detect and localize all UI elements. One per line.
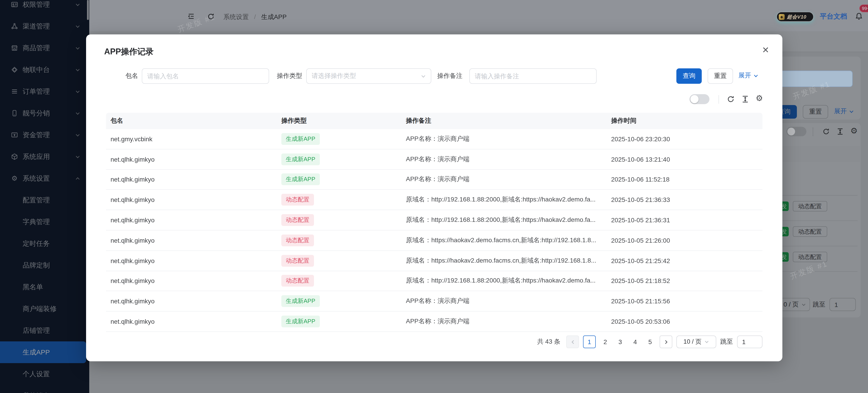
op-type-badge: 动态配置 [281,194,314,206]
bg-settings-icon[interactable]: ⚙ [850,127,858,135]
table-row[interactable]: net.gmy.vcbink 生成新APP APP名称：演示商户端 2025-1… [106,129,763,150]
table-row[interactable]: net.qlhk.gimkyo 动态配置 原域名：https://haokav2… [106,251,763,271]
toggle-knob [690,95,699,103]
pagination-page-5[interactable]: 5 [645,338,655,346]
sidebar-item-apps[interactable]: 系统应用 [0,146,89,167]
package-label: 包名 [125,72,138,80]
density-toggle-switch[interactable] [689,94,709,104]
op-remark-input[interactable] [475,72,591,80]
chevron-down-icon [75,132,80,137]
toggle-knob [787,128,795,135]
pagination-next-button[interactable] [660,335,672,348]
sidebar-subitem-personal[interactable]: 个人设置 [0,363,89,385]
sidebar-item-numbers[interactable]: 靓号分销 [0,102,89,124]
sidebar-scrollbar[interactable] [87,0,89,20]
pagination: 共 43 条 1 2 3 4 5 10 / 页 跳至 1 [106,335,763,349]
bg-refresh-icon[interactable] [822,128,830,135]
op-type-badge: 动态配置 [281,255,314,266]
table-row[interactable]: net.qlhk.gimkyo 生成新APP APP名称：演示商户端 2025-… [106,170,763,190]
pagination-total: 共 43 条 [537,338,560,346]
table-row[interactable]: net.qlhk.gimkyo 生成新APP APP名称：演示商户端 2025-… [106,312,763,332]
sidebar-item-system-settings[interactable]: ⚙ 系统设置 [0,167,89,189]
vip-gem-icon: ◆ [779,14,785,20]
expand-button[interactable]: 展开 [738,71,758,80]
sidebar-subitem-generate-app[interactable]: 生成APP [0,341,86,363]
table-refresh-icon[interactable] [727,95,735,103]
sidebar-subitem-config[interactable]: 配置管理 [0,189,89,211]
package-input[interactable] [147,72,264,80]
table-row[interactable]: net.qlhk.gimkyo 生成新APP APP名称：演示商户端 2025-… [106,291,763,312]
chevron-down-icon [75,24,80,29]
iot-cube-icon [11,66,18,73]
column-settings-icon[interactable]: ⚙ [756,94,763,102]
modal-close-icon[interactable]: ✕ [760,44,771,55]
sidebar-subitem-messages[interactable]: 我的消息 [0,385,89,393]
chevron-down-icon [75,67,80,72]
sidebar-subitem-brand[interactable]: 品牌定制 [0,255,89,276]
table-row[interactable]: net.qlhk.gimkyo 生成新APP APP名称：演示商户端 2025-… [106,150,763,170]
bg-dynamic-config-button[interactable]: 动态配置 [793,226,827,237]
list-icon [11,88,18,95]
divider [718,95,719,104]
table-row[interactable]: net.qlhk.gimkyo 动态配置 原域名：http://192.168.… [106,210,763,230]
op-type-badge: 生成新APP [281,174,320,186]
breadcrumb-section[interactable]: 系统设置 [223,13,249,21]
op-remark-label: 操作备注 [437,72,463,80]
breadcrumb: 系统设置 / 生成APP [223,13,286,21]
sidebar-subitem-merchant-decor[interactable]: 商户端装修 [0,298,89,320]
vip-badge[interactable]: ◆ 超会V10 [776,12,814,22]
bg-row-height-icon[interactable] [836,128,844,135]
notification-count-badge: 99+ [859,4,868,12]
mobile-icon [11,109,18,117]
col-header-type: 操作类型 [281,117,406,125]
bg-reset-button[interactable]: 重置 [803,105,828,119]
query-button[interactable]: 查询 [676,68,702,84]
bg-toggle-switch[interactable] [786,127,806,136]
op-type-label: 操作类型 [277,72,302,80]
operation-log-table: 包名 操作类型 操作备注 操作时间 net.gmy.vcbink 生成新APP … [106,113,763,332]
table-row[interactable]: net.qlhk.gimkyo 动态配置 原域名：http://192.168.… [106,190,763,210]
platform-docs-link[interactable]: 平台文档 [820,12,847,21]
breadcrumb-separator: / [254,13,256,21]
sidebar: 权限管理 渠道管理 商品管理 物联中台 订单管理 [0,0,89,393]
pagination-prev-button[interactable] [566,335,579,348]
jump-input[interactable]: 1 [737,335,763,348]
col-header-package: 包名 [106,117,281,125]
bg-dynamic-config-button[interactable]: 动态配置 [793,201,827,211]
bg-jump-input[interactable]: 1 [830,298,856,311]
sidebar-item-permission[interactable]: 权限管理 [0,0,89,15]
sidebar-item-funds[interactable]: 资金管理 [0,124,89,146]
table-row[interactable]: net.qlhk.gimkyo 动态配置 原域名：http://192.168.… [106,271,763,291]
sidebar-item-iot[interactable]: 物联中台 [0,59,89,80]
sidebar-subitem-cron[interactable]: 定时任务 [0,233,89,255]
bg-expand-button[interactable]: 展开 [834,107,854,116]
sidebar-menu: 权限管理 渠道管理 商品管理 物联中台 订单管理 [0,0,89,393]
table-row[interactable]: net.qlhk.gimkyo 动态配置 原域名：https://haokav2… [106,230,763,251]
pagination-page-1[interactable]: 1 [583,335,596,348]
chevron-down-icon [705,339,709,344]
gear-icon: ⚙ [11,175,18,182]
chevron-down-icon [75,89,80,94]
reset-button[interactable]: 重置 [708,68,733,84]
sidebar-subitem-shop[interactable]: 店铺管理 [0,320,89,341]
sidebar-item-orders[interactable]: 订单管理 [0,80,89,102]
op-type-badge: 动态配置 [281,275,314,287]
col-header-remark: 操作备注 [406,117,611,125]
chevron-up-icon [75,176,80,181]
chevron-down-icon [801,302,806,307]
sidebar-item-goods[interactable]: 商品管理 [0,37,89,59]
sidebar-subitem-dict[interactable]: 字典管理 [0,211,89,233]
page-size-select[interactable]: 10 / 页 [676,335,716,348]
op-type-select[interactable]: 请选择操作类型 [306,68,431,84]
sidebar-item-channel[interactable]: 渠道管理 [0,15,89,37]
sidebar-subitem-blacklist[interactable]: 黑名单 [0,276,89,298]
pagination-page-3[interactable]: 3 [615,338,626,346]
op-type-badge: 生成新APP [281,295,320,307]
pagination-page-2[interactable]: 2 [600,338,611,346]
notification-bell-icon[interactable] [855,12,863,21]
row-height-icon[interactable] [741,95,749,103]
pagination-page-4[interactable]: 4 [630,338,641,346]
op-remark-input-wrap [469,68,597,84]
chevron-down-icon [75,45,80,51]
chevron-down-icon [75,2,80,7]
